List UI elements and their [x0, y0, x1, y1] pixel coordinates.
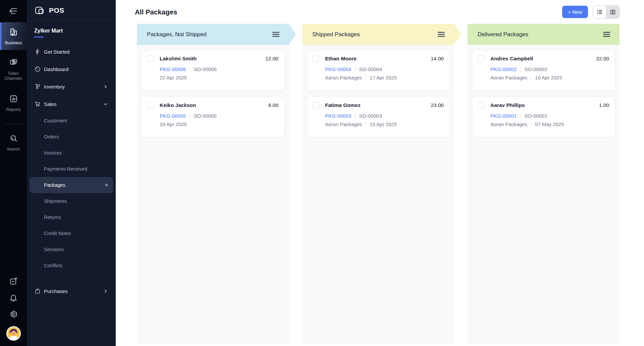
sidebar-item-inventory[interactable]: Inventory — [27, 78, 116, 95]
column-title: Shipped Packages — [312, 31, 360, 38]
add-package-icon[interactable]: + — [105, 181, 108, 189]
package-date: 15 Apr 2025 — [370, 121, 397, 127]
sidebar: POS Zylker Mart Get Started — [27, 0, 116, 346]
sidebar-subitem-label: Invoices — [44, 150, 62, 156]
chevron-right-icon — [103, 289, 108, 294]
carrier-name: Aoran Packages — [490, 121, 527, 127]
kanban-board: Packages, Not Shipped Lakshmi Smith 12.0… — [116, 24, 644, 346]
sidebar-item-orders[interactable]: Orders — [27, 129, 116, 145]
package-card[interactable]: Andres Campbell 22.00 PKG-00002 SO-00002… — [472, 50, 615, 91]
sidebar-item-returns[interactable]: Returns — [27, 209, 116, 225]
separator — [190, 113, 190, 119]
app-logo-text: POS — [49, 6, 64, 14]
card-checkbox[interactable] — [312, 102, 319, 109]
package-number-link[interactable]: PKG-00001 — [490, 113, 517, 119]
card-checkbox[interactable] — [147, 55, 154, 62]
page-title: All Packages — [135, 8, 177, 16]
hand-truck-icon — [34, 83, 41, 90]
pos-logo-icon — [34, 5, 45, 15]
package-card[interactable]: Ethan Moore 14.00 PKG-00004 SO-00004 Aor… — [307, 50, 450, 91]
collapse-sidebar-button[interactable] — [0, 0, 27, 22]
sidebar-subitem-label: Packages — [44, 182, 65, 188]
hamburger-menu-icon[interactable] — [438, 32, 445, 37]
chevron-right-icon — [103, 84, 108, 89]
app-logo[interactable]: POS — [27, 0, 116, 21]
rail-item-search[interactable]: Search — [0, 129, 27, 156]
hamburger-menu-icon[interactable] — [272, 32, 279, 37]
package-number-link[interactable]: PKG-00006 — [160, 66, 186, 72]
organization-underline — [34, 37, 44, 38]
sidebar-item-sessions[interactable]: Sessions — [27, 241, 116, 257]
sidebar-item-customers[interactable]: Customers — [27, 113, 116, 129]
column-header: Packages, Not Shipped — [137, 24, 289, 45]
package-amount: 1.00 — [599, 102, 609, 108]
customer-name: Fatima Gomez — [325, 102, 425, 108]
carrier-name: Aoran Packages — [325, 75, 362, 80]
package-number-link[interactable]: PKG-00005 — [160, 113, 186, 119]
package-amount: 12.00 — [265, 56, 278, 62]
package-date: 22 Apr 2025 — [160, 75, 187, 80]
separator — [355, 67, 355, 72]
page-header: All Packages + New — [116, 0, 644, 24]
sidebar-item-shipments[interactable]: Shipments — [27, 193, 116, 209]
list-view-button[interactable] — [593, 6, 606, 18]
package-number-link[interactable]: PKG-00003 — [325, 113, 351, 119]
bell-icon — [9, 293, 18, 302]
note-add-icon — [9, 277, 18, 286]
sidebar-subitem-label: Payments Received — [44, 166, 87, 172]
column-header: Delivered Packages — [468, 24, 620, 45]
rail-item-reports[interactable]: Reports — [0, 89, 27, 117]
package-date: 17 Apr 2025 — [370, 75, 397, 80]
separator — [190, 67, 190, 72]
rail-bottom-icons — [6, 277, 21, 346]
card-checkbox[interactable] — [312, 55, 319, 62]
notifications-button[interactable] — [9, 293, 18, 302]
package-card[interactable]: Lakshmi Smith 12.00 PKG-00006 SO-00006 2… — [141, 50, 284, 91]
sidebar-item-label: Inventory — [44, 84, 65, 90]
package-date: 20 Apr 2025 — [160, 121, 187, 127]
card-checkbox[interactable] — [478, 102, 484, 109]
sales-order-number: SO-00004 — [359, 66, 382, 72]
sidebar-item-packages[interactable]: Packages + — [30, 177, 113, 193]
sidebar-item-invoices[interactable]: Invoices — [27, 145, 116, 161]
note-add-button[interactable] — [9, 277, 18, 286]
package-card[interactable]: Fatima Gomez 23.00 PKG-00003 SO-00003 Ao… — [307, 97, 450, 137]
rail-item-business[interactable]: Business — [0, 22, 27, 50]
sidebar-item-dashboard[interactable]: Dashboard — [27, 60, 116, 78]
package-card[interactable]: Aarav Phillips 1.00 PKG-00001 SO-00001 A… — [472, 97, 615, 137]
customer-name: Andres Campbell — [490, 56, 590, 62]
customer-name: Keiko Jackson — [160, 102, 262, 108]
sidebar-item-payments-received[interactable]: Payments Received — [27, 161, 116, 177]
sidebar-item-credit-notes[interactable]: Credit Notes — [27, 225, 116, 241]
settings-button[interactable] — [9, 310, 18, 319]
sidebar-item-sales[interactable]: Sales — [27, 95, 116, 113]
sidebar-item-purchases[interactable]: Purchases — [27, 282, 116, 300]
sidebar-item-conflicts[interactable]: Conflicts — [27, 257, 116, 274]
carrier-name: Aoran Packages — [490, 75, 527, 80]
package-date: 10 Apr 2025 — [535, 75, 562, 80]
pos-app: Business Sales Channels Reports — [0, 0, 644, 346]
new-package-button[interactable]: + New — [562, 6, 588, 18]
organization-block[interactable]: Zylker Mart — [27, 21, 116, 38]
package-number-link[interactable]: PKG-00004 — [325, 66, 351, 72]
column-body: Lakshmi Smith 12.00 PKG-00006 SO-00006 2… — [137, 45, 289, 344]
customer-name: Ethan Moore — [325, 56, 425, 62]
separator — [531, 122, 531, 127]
column-header: Shipped Packages — [302, 24, 454, 45]
sidebar-nav: Get Started Dashboard — [27, 43, 116, 300]
shopping-bag-icon — [34, 288, 41, 294]
dashboard-gauge-icon — [34, 66, 41, 72]
user-avatar[interactable] — [6, 326, 21, 341]
package-card[interactable]: Keiko Jackson 8.00 PKG-00005 SO-00005 20… — [141, 97, 284, 137]
kanban-column-shipped: Shipped Packages Ethan Moore 14.00 PKG-0… — [302, 24, 454, 344]
rail-item-sales-channels[interactable]: Sales Channels — [0, 53, 27, 85]
view-toggle — [593, 5, 620, 19]
hamburger-menu-icon[interactable] — [603, 32, 610, 37]
sidebar-item-get-started[interactable]: Get Started — [27, 43, 116, 60]
kanban-view-button[interactable] — [606, 6, 619, 18]
list-view-icon — [596, 9, 603, 15]
card-checkbox[interactable] — [147, 102, 154, 109]
card-checkbox[interactable] — [478, 55, 484, 62]
gear-icon — [9, 310, 18, 319]
package-number-link[interactable]: PKG-00002 — [490, 66, 517, 72]
